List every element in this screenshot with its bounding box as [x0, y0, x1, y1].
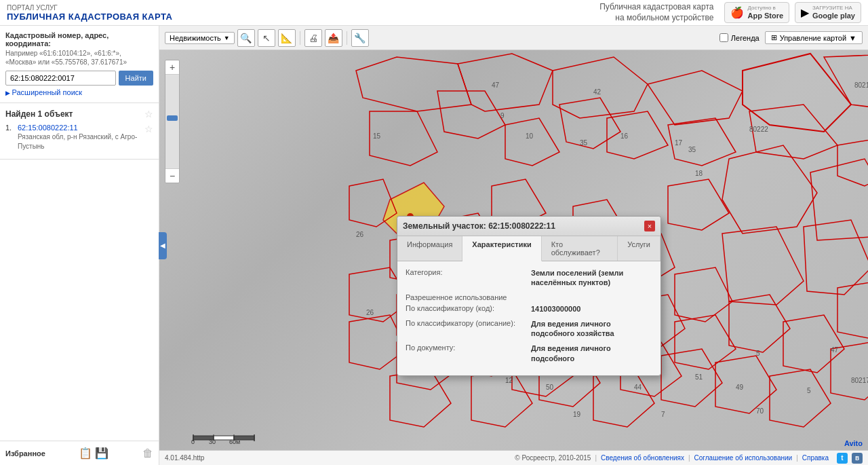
avito-logo: Avito [844, 439, 863, 447]
property-type-select[interactable]: Недвижимость ▼ [165, 32, 235, 44]
search-section: Кадастровый номер, адрес, координата: На… [0, 26, 159, 103]
app-store-name: App Store [747, 12, 783, 20]
manage-map-label: Управление картой [780, 34, 846, 42]
classifier-desc-label: По классификатору (описание): [406, 319, 531, 327]
trash-icon[interactable]: 🗑 [142, 447, 153, 460]
cursor-tool-button[interactable]: ↖ [258, 29, 275, 47]
header-left: ПОРТАЛ УСЛУГ ПУБЛИЧНАЯ КАДАСТРОВАЯ КАРТА [7, 4, 172, 22]
google-play-badge[interactable]: ▶ ЗАГРУЗИТЕ НА Google play [795, 2, 861, 23]
version-text: 4.01.484.http [165, 454, 204, 462]
help-link[interactable]: Справка [802, 454, 829, 462]
category-value: Земли поселений (земли населённых пункто… [531, 268, 652, 288]
results-header: Найден 1 объект ☆ [5, 109, 153, 119]
by-document-row: По документу: Для ведения личного подсоб… [406, 343, 652, 363]
classifier-desc-row: По классификатору (описание): Для ведени… [406, 319, 652, 339]
result-star-icon[interactable]: ☆ [144, 124, 153, 134]
legend-checkbox[interactable] [719, 33, 728, 42]
manage-map-button[interactable]: ⊞ Управление картой ▼ [765, 31, 863, 44]
result-address: Рязанская обл, р-н Рязанский, с Агро-Пус… [18, 133, 137, 150]
search-label: Кадастровый номер, адрес, координата: [5, 31, 153, 48]
tab-information[interactable]: Информация [397, 236, 462, 261]
agreement-link[interactable]: Соглашение об использовании [694, 454, 793, 462]
zoom-handle [167, 115, 178, 121]
main-layout: Кадастровый номер, адрес, координата: На… [0, 26, 868, 465]
portal-title: ПОРТАЛ УСЛУГ [7, 4, 172, 12]
by-document-label: По документу: [406, 343, 531, 352]
tab-services[interactable]: Услуги [618, 236, 660, 261]
twitter-icon[interactable]: t [837, 453, 848, 464]
map-footer-bar: 4.01.484.http © Росреестр, 2010-2015 | С… [159, 450, 868, 465]
settings-button[interactable]: 🔧 [351, 29, 369, 47]
dialog-body: Категория: Земли поселений (земли населё… [397, 261, 660, 375]
toolbar-separator-2 [347, 31, 347, 45]
results-star-icon[interactable]: ☆ [144, 109, 153, 119]
vk-icon[interactable]: в [852, 453, 863, 464]
dialog-tabs: Информация Характеристики Кто обслуживае… [397, 236, 660, 261]
classifier-code-value: 141003000000 [531, 304, 652, 314]
print-button[interactable]: 🖨 [304, 29, 322, 47]
map-container[interactable]: Недвижимость ▼ 🔍 ↖ 📐 🖨 📤 🔧 Легенда ⊞ Упр… [159, 26, 868, 465]
search-input[interactable] [5, 71, 116, 86]
toolbar-separator-1 [300, 31, 300, 45]
category-row: Категория: Земли поселений (земли населё… [406, 268, 652, 288]
results-title: Найден 1 объект [5, 109, 73, 119]
classifier-code-label: По классификатору (код): [406, 304, 531, 312]
results-section: Найден 1 объект ☆ 1. 62:15:0080222:11 Ря… [0, 103, 159, 160]
scale-bar: 0 30 60м [186, 430, 264, 446]
dropdown-arrow-icon: ▼ [224, 35, 230, 41]
zoom-in-button[interactable]: + [165, 60, 179, 74]
dialog-title: Земельный участок: 62:15:0080222:11 [403, 221, 555, 231]
grid-icon: ⊞ [771, 33, 777, 42]
search-row: Найти [5, 71, 153, 86]
app-badges: 🍎 Доступно в App Store ▶ ЗАГРУЗИТЕ НА Go… [724, 2, 861, 23]
svg-text:60м: 60м [229, 439, 240, 444]
favorites-export-icon[interactable]: 📋 [79, 447, 92, 460]
permitted-use-label: Разрешенное использование [406, 293, 652, 301]
google-play-name: Google play [812, 12, 855, 20]
portal-logo: ПОРТАЛ УСЛУГ ПУБЛИЧНАЯ КАДАСТРОВАЯ КАРТА [7, 4, 172, 22]
category-label: Категория: [406, 268, 531, 276]
result-number: 1. [5, 124, 15, 132]
zoom-out-button[interactable]: − [165, 169, 179, 183]
sidebar-bottom: Избранное 📋 💾 🗑 [0, 441, 159, 465]
advanced-search-link[interactable]: Расширенный поиск [5, 88, 82, 96]
dialog-header: Земельный участок: 62:15:0080222:11 × [397, 217, 660, 236]
property-select-label: Недвижимость [170, 34, 221, 42]
svg-text:30: 30 [209, 439, 216, 444]
tab-characteristics[interactable]: Характеристики [462, 236, 541, 261]
favorites-icons: 📋 💾 [79, 447, 108, 460]
tab-who-services[interactable]: Кто обслуживает? [542, 236, 618, 261]
map-toolbar: Недвижимость ▼ 🔍 ↖ 📐 🖨 📤 🔧 Легенда ⊞ Упр… [159, 26, 868, 50]
portal-subtitle: ПУБЛИЧНАЯ КАДАСТРОВАЯ КАРТА [7, 12, 172, 22]
toolbar-right: Легенда ⊞ Управление картой ▼ [719, 31, 863, 44]
apple-icon: 🍎 [730, 6, 744, 19]
google-play-icon: ▶ [801, 6, 809, 19]
search-button[interactable]: Найти [119, 71, 153, 86]
promo-text: Публичная кадастровая картана мобильном … [599, 2, 713, 23]
svg-text:0: 0 [191, 439, 195, 444]
status-right: © Росреестр, 2010-2015 | Сведения об обн… [515, 453, 863, 464]
update-link[interactable]: Сведения об обновлениях [601, 454, 684, 462]
search-hint: Например «61:6:10104:12», «61:6:*»,«Моск… [5, 49, 153, 67]
dialog-close-button[interactable]: × [644, 221, 655, 231]
favorites-label: Избранное [5, 449, 45, 458]
favorites-save-icon[interactable]: 💾 [95, 447, 108, 460]
zoom-slider[interactable] [165, 74, 179, 169]
export-button[interactable]: 📤 [325, 29, 342, 47]
search-on-map-button[interactable]: 🔍 [237, 29, 255, 47]
result-parcel-link[interactable]: 62:15:0080222:11 [18, 124, 142, 132]
measure-tool-button[interactable]: 📐 [278, 29, 296, 47]
sidebar: Кадастровый номер, адрес, координата: На… [0, 26, 159, 465]
app-header: ПОРТАЛ УСЛУГ ПУБЛИЧНАЯ КАДАСТРОВАЯ КАРТА… [0, 0, 868, 26]
result-item: 1. 62:15:0080222:11 Рязанская обл, р-н Р… [5, 124, 153, 151]
info-dialog: Земельный участок: 62:15:0080222:11 × Ин… [397, 216, 661, 376]
legend-label: Легенда [731, 34, 760, 42]
google-play-sub: ЗАГРУЗИТЕ НА [812, 5, 855, 12]
legend-checkbox-label[interactable]: Легенда [719, 33, 760, 42]
app-store-badge[interactable]: 🍎 Доступно в App Store [724, 2, 789, 23]
by-document-value: Для ведения личного подсобного [531, 343, 652, 363]
sidebar-collapse-arrow[interactable]: ◀ [159, 232, 167, 259]
copyright-text: © Росреестр, 2010-2015 [515, 454, 591, 462]
app-store-sub: Доступно в [747, 5, 783, 12]
classifier-code-row: По классификатору (код): 141003000000 [406, 304, 652, 314]
